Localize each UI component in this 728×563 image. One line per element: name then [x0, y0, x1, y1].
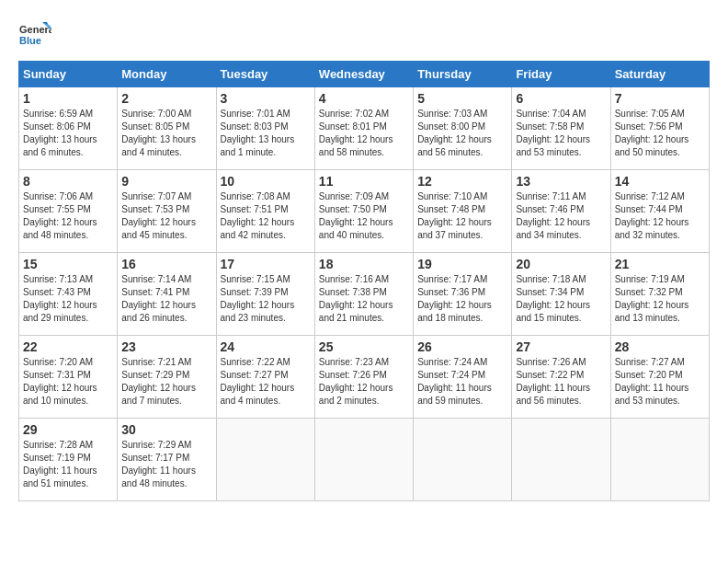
day-cell-7: 7Sunrise: 7:05 AMSunset: 7:56 PMDaylight…	[610, 87, 709, 170]
day-cell-4: 4Sunrise: 7:02 AMSunset: 8:01 PMDaylight…	[314, 87, 413, 170]
weekday-header-saturday: Saturday	[610, 62, 709, 87]
day-cell-29: 29Sunrise: 7:28 AMSunset: 7:19 PMDayligh…	[19, 419, 118, 501]
day-info: Sunrise: 7:28 AMSunset: 7:19 PMDaylight:…	[23, 439, 113, 490]
day-info: Sunrise: 7:02 AMSunset: 8:01 PMDaylight:…	[319, 108, 409, 159]
day-number: 13	[516, 174, 606, 189]
day-info: Sunrise: 7:18 AMSunset: 7:34 PMDaylight:…	[516, 273, 606, 325]
empty-cell	[216, 419, 314, 501]
day-cell-23: 23Sunrise: 7:21 AMSunset: 7:29 PMDayligh…	[118, 336, 216, 419]
day-number: 6	[516, 91, 606, 106]
day-number: 27	[516, 339, 606, 354]
day-number: 4	[319, 91, 409, 106]
day-info: Sunrise: 7:08 AMSunset: 7:51 PMDaylight:…	[221, 190, 311, 242]
day-number: 1	[23, 91, 113, 106]
day-number: 22	[23, 339, 113, 354]
day-number: 5	[417, 91, 507, 106]
week-row-5: 29Sunrise: 7:28 AMSunset: 7:19 PMDayligh…	[19, 419, 710, 501]
day-cell-25: 25Sunrise: 7:23 AMSunset: 7:26 PMDayligh…	[314, 336, 413, 419]
day-cell-16: 16Sunrise: 7:14 AMSunset: 7:41 PMDayligh…	[118, 253, 216, 336]
empty-cell	[610, 419, 709, 501]
weekday-header-thursday: Thursday	[414, 62, 512, 87]
day-info: Sunrise: 7:22 AMSunset: 7:27 PMDaylight:…	[221, 356, 311, 408]
day-info: Sunrise: 7:07 AMSunset: 7:53 PMDaylight:…	[121, 190, 211, 242]
week-row-2: 8Sunrise: 7:06 AMSunset: 7:55 PMDaylight…	[19, 170, 710, 253]
weekday-header-sunday: Sunday	[19, 62, 118, 87]
week-row-3: 15Sunrise: 7:13 AMSunset: 7:43 PMDayligh…	[19, 253, 710, 336]
day-cell-20: 20Sunrise: 7:18 AMSunset: 7:34 PMDayligh…	[512, 253, 610, 336]
logo-container: General Blue	[18, 18, 51, 52]
page-header: General Blue	[18, 18, 710, 52]
empty-cell	[512, 419, 610, 501]
day-cell-12: 12Sunrise: 7:10 AMSunset: 7:48 PMDayligh…	[414, 170, 512, 253]
day-number: 9	[121, 174, 211, 189]
day-info: Sunrise: 7:26 AMSunset: 7:22 PMDaylight:…	[516, 356, 606, 408]
day-info: Sunrise: 7:12 AMSunset: 7:44 PMDaylight:…	[615, 190, 705, 242]
day-number: 18	[319, 257, 409, 271]
logo-icon: General Blue	[18, 18, 51, 52]
day-number: 7	[615, 91, 705, 106]
day-number: 24	[221, 339, 311, 354]
day-number: 17	[221, 257, 311, 271]
day-info: Sunrise: 7:17 AMSunset: 7:36 PMDaylight:…	[417, 273, 507, 325]
week-row-1: 1Sunrise: 6:59 AMSunset: 8:06 PMDaylight…	[19, 87, 710, 170]
logo: General Blue	[18, 18, 51, 52]
day-number: 10	[221, 174, 311, 189]
weekday-header-friday: Friday	[512, 62, 610, 87]
day-info: Sunrise: 7:24 AMSunset: 7:24 PMDaylight:…	[417, 356, 507, 408]
day-number: 19	[417, 257, 507, 271]
day-number: 21	[615, 257, 705, 271]
day-number: 16	[121, 257, 211, 271]
day-info: Sunrise: 7:11 AMSunset: 7:46 PMDaylight:…	[516, 190, 606, 242]
day-cell-1: 1Sunrise: 6:59 AMSunset: 8:06 PMDaylight…	[19, 87, 118, 170]
day-info: Sunrise: 6:59 AMSunset: 8:06 PMDaylight:…	[23, 108, 113, 159]
day-cell-28: 28Sunrise: 7:27 AMSunset: 7:20 PMDayligh…	[610, 336, 709, 419]
empty-cell	[314, 419, 413, 501]
day-info: Sunrise: 7:23 AMSunset: 7:26 PMDaylight:…	[319, 356, 409, 408]
day-cell-5: 5Sunrise: 7:03 AMSunset: 8:00 PMDaylight…	[414, 87, 512, 170]
day-info: Sunrise: 7:09 AMSunset: 7:50 PMDaylight:…	[319, 190, 409, 242]
week-row-4: 22Sunrise: 7:20 AMSunset: 7:31 PMDayligh…	[19, 336, 710, 419]
day-cell-27: 27Sunrise: 7:26 AMSunset: 7:22 PMDayligh…	[512, 336, 610, 419]
day-info: Sunrise: 7:21 AMSunset: 7:29 PMDaylight:…	[121, 356, 211, 408]
day-number: 15	[23, 257, 113, 271]
day-cell-6: 6Sunrise: 7:04 AMSunset: 7:58 PMDaylight…	[512, 87, 610, 170]
day-cell-14: 14Sunrise: 7:12 AMSunset: 7:44 PMDayligh…	[610, 170, 709, 253]
day-cell-18: 18Sunrise: 7:16 AMSunset: 7:38 PMDayligh…	[314, 253, 413, 336]
day-cell-10: 10Sunrise: 7:08 AMSunset: 7:51 PMDayligh…	[216, 170, 314, 253]
day-cell-8: 8Sunrise: 7:06 AMSunset: 7:55 PMDaylight…	[19, 170, 118, 253]
day-cell-22: 22Sunrise: 7:20 AMSunset: 7:31 PMDayligh…	[19, 336, 118, 419]
day-cell-9: 9Sunrise: 7:07 AMSunset: 7:53 PMDaylight…	[118, 170, 216, 253]
day-number: 2	[121, 91, 211, 106]
day-number: 3	[221, 91, 311, 106]
day-cell-30: 30Sunrise: 7:29 AMSunset: 7:17 PMDayligh…	[118, 419, 216, 501]
day-cell-15: 15Sunrise: 7:13 AMSunset: 7:43 PMDayligh…	[19, 253, 118, 336]
day-number: 23	[121, 339, 211, 354]
day-cell-26: 26Sunrise: 7:24 AMSunset: 7:24 PMDayligh…	[414, 336, 512, 419]
day-number: 11	[319, 174, 409, 189]
day-cell-3: 3Sunrise: 7:01 AMSunset: 8:03 PMDaylight…	[216, 87, 314, 170]
calendar-table: SundayMondayTuesdayWednesdayThursdayFrid…	[18, 61, 710, 501]
day-info: Sunrise: 7:00 AMSunset: 8:05 PMDaylight:…	[121, 108, 211, 159]
day-cell-11: 11Sunrise: 7:09 AMSunset: 7:50 PMDayligh…	[314, 170, 413, 253]
day-number: 20	[516, 257, 606, 271]
day-info: Sunrise: 7:19 AMSunset: 7:32 PMDaylight:…	[615, 273, 705, 325]
day-info: Sunrise: 7:20 AMSunset: 7:31 PMDaylight:…	[23, 356, 113, 408]
day-number: 29	[23, 422, 113, 437]
day-info: Sunrise: 7:05 AMSunset: 7:56 PMDaylight:…	[615, 108, 705, 159]
day-cell-24: 24Sunrise: 7:22 AMSunset: 7:27 PMDayligh…	[216, 336, 314, 419]
weekday-header-tuesday: Tuesday	[216, 62, 314, 87]
day-info: Sunrise: 7:06 AMSunset: 7:55 PMDaylight:…	[23, 190, 113, 242]
day-info: Sunrise: 7:14 AMSunset: 7:41 PMDaylight:…	[121, 273, 211, 325]
empty-cell	[414, 419, 512, 501]
weekday-header-monday: Monday	[118, 62, 216, 87]
day-cell-17: 17Sunrise: 7:15 AMSunset: 7:39 PMDayligh…	[216, 253, 314, 336]
day-info: Sunrise: 7:10 AMSunset: 7:48 PMDaylight:…	[417, 190, 507, 242]
day-info: Sunrise: 7:15 AMSunset: 7:39 PMDaylight:…	[221, 273, 311, 325]
svg-text:Blue: Blue	[19, 35, 41, 46]
day-number: 25	[319, 339, 409, 354]
day-number: 28	[615, 339, 705, 354]
day-cell-21: 21Sunrise: 7:19 AMSunset: 7:32 PMDayligh…	[610, 253, 709, 336]
day-info: Sunrise: 7:16 AMSunset: 7:38 PMDaylight:…	[319, 273, 409, 325]
day-number: 12	[417, 174, 507, 189]
day-info: Sunrise: 7:27 AMSunset: 7:20 PMDaylight:…	[615, 356, 705, 408]
